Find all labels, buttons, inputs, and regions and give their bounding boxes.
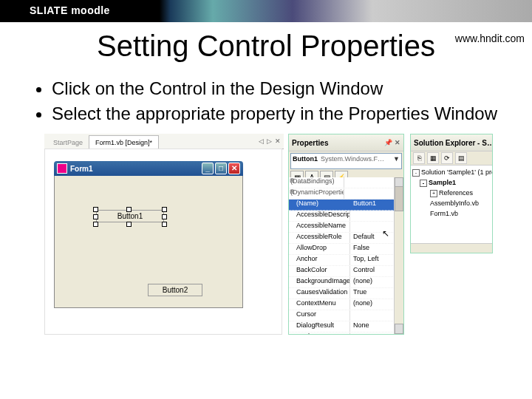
brand-logo: SLIATE moodle [0, 0, 532, 21]
source-url: www.hndit.com [455, 33, 525, 44]
resize-handle[interactable] [93, 222, 98, 227]
resize-handle[interactable] [162, 214, 167, 219]
refresh-icon[interactable]: ⟳ [441, 152, 453, 164]
dropdown-icon[interactable]: ▼ [393, 155, 400, 167]
nav-next-icon[interactable]: ▷ [267, 137, 272, 145]
close-icon[interactable]: ✕ [395, 139, 400, 146]
editor-tabbar: StartPage Form1.vb [Design]* ◁ ▷ ✕ [44, 134, 284, 149]
property-row-name[interactable]: (Name)Button1 [289, 200, 395, 211]
property-row[interactable]: Cursor [289, 310, 395, 321]
tree-solution[interactable]: -Solution 'Sample1' (1 proj… [412, 167, 491, 177]
property-row[interactable]: ContextMenu(none) [289, 299, 395, 310]
form-title: Form1 [70, 165, 93, 173]
solex-toolbar: ⎘ ▦ ⟳ ▤ [411, 151, 492, 166]
ide-screenshot: StartPage Form1.vb [Design]* ◁ ▷ ✕ Form1… [44, 134, 488, 341]
property-row[interactable]: AllowDropFalse [289, 244, 395, 255]
properties-panel: Properties 📌 ✕ Button1 System.Windows.F…… [288, 134, 404, 335]
tab-form-design[interactable]: Form1.vb [Design]* [89, 135, 159, 149]
close-icon[interactable]: ✕ [228, 163, 240, 174]
property-row[interactable]: AccessibleName [289, 222, 395, 233]
view-designer-icon[interactable]: ▦ [427, 152, 439, 164]
control-button2[interactable]: Button2 [148, 284, 202, 296]
tree-project[interactable]: -Sample1 [412, 177, 491, 188]
form-window[interactable]: Form1 _ □ ✕ Button1 Button2 [54, 161, 243, 309]
slide-banner: SLIATE moodle [0, 0, 532, 22]
resize-handle[interactable] [162, 222, 167, 227]
property-row[interactable]: BackgroundImage(none) [289, 277, 395, 288]
show-all-icon[interactable]: ▤ [455, 152, 467, 164]
tab-startpage[interactable]: StartPage [47, 136, 89, 149]
instruction-item: Select the appropriate property in the P… [52, 103, 510, 125]
resize-handle[interactable] [126, 222, 132, 227]
instruction-list: Click on the Control in the Design Windo… [22, 78, 510, 125]
property-row[interactable]: DockNone [289, 332, 395, 334]
resize-handle[interactable] [93, 207, 98, 212]
property-row[interactable]: AccessibleDescription [289, 211, 395, 222]
tree-references[interactable]: +References [412, 188, 491, 198]
nav-prev-icon[interactable]: ◁ [259, 137, 264, 145]
tabbar-nav-icons: ◁ ▷ ✕ [259, 137, 284, 145]
close-icon[interactable]: ✕ [275, 137, 281, 145]
property-row[interactable]: DialogResultNone [289, 321, 395, 332]
instruction-item: Click on the Control in the Design Windo… [52, 78, 510, 100]
property-row[interactable]: BackColorControl [289, 266, 395, 277]
scrollbar-thumb[interactable] [395, 186, 403, 211]
pin-icon[interactable]: 📌 [384, 139, 392, 146]
property-row[interactable]: CausesValidationTrue [289, 288, 395, 299]
form-window-buttons: _ □ ✕ [202, 163, 240, 174]
minimize-icon[interactable]: _ [202, 163, 214, 174]
design-surface[interactable]: Form1 _ □ ✕ Button1 Button2 [44, 149, 282, 335]
properties-title-text: Properties [292, 139, 328, 147]
resize-handle[interactable] [126, 207, 132, 212]
solex-title-text: Solution Explorer - S… [414, 139, 493, 147]
properties-scrollbar[interactable] [394, 177, 403, 334]
form-titlebar[interactable]: Form1 _ □ ✕ [54, 161, 243, 176]
solution-explorer-title: Solution Explorer - S… 📌 ✕ [411, 134, 492, 151]
tree-assemblyinfo[interactable]: AssemblyInfo.vb [412, 198, 491, 208]
solution-tree[interactable]: -Solution 'Sample1' (1 proj… -Sample1 +R… [411, 166, 492, 220]
control-selector[interactable]: Button1 System.Windows.F… ▼ [290, 153, 402, 169]
property-row[interactable]: AnchorTop, Left [289, 255, 395, 266]
form-body[interactable]: Button1 Button2 [54, 176, 243, 308]
property-row[interactable]: AccessibleRoleDefault [289, 233, 395, 244]
tree-form1[interactable]: Form1.vb [412, 208, 491, 219]
properties-title: Properties 📌 ✕ [289, 134, 403, 151]
solex-scrollbar[interactable] [411, 243, 492, 253]
selected-control-name: Button1 [293, 155, 318, 167]
page-title: Setting Control Properties [44, 30, 488, 63]
view-code-icon[interactable]: ⎘ [413, 152, 425, 164]
category-databinding[interactable]: (DataBindings) [289, 177, 344, 188]
maximize-icon[interactable]: □ [215, 163, 227, 174]
resize-handle[interactable] [162, 207, 167, 212]
solution-explorer-panel: Solution Explorer - S… 📌 ✕ ⎘ ▦ ⟳ ▤ -Solu… [410, 134, 493, 253]
form-icon [57, 163, 67, 174]
properties-grid[interactable]: (DataBindings) (DynamicProperties) (Name… [289, 177, 403, 334]
selected-control-type: System.Windows.F… [321, 155, 393, 167]
category-dynamic[interactable]: (DynamicProperties) [289, 188, 344, 199]
resize-handle[interactable] [93, 214, 98, 219]
